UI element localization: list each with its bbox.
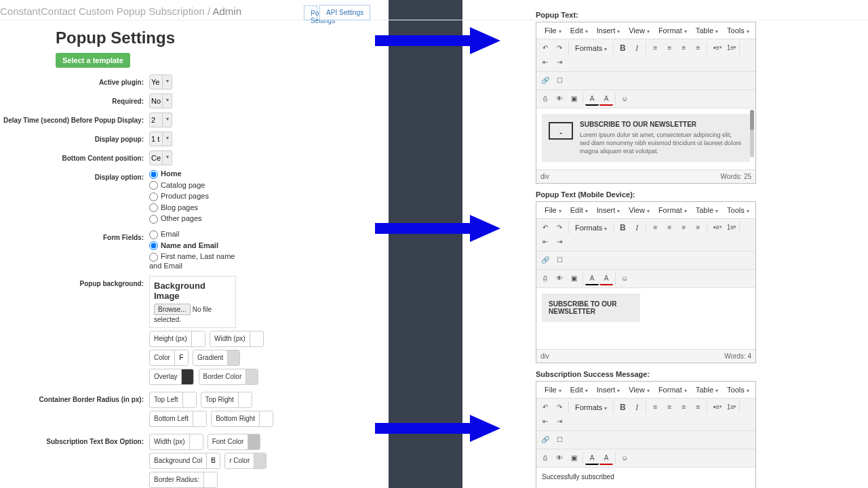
menu-view[interactable]: View [625,384,654,395]
forecolor-icon[interactable]: A [585,451,599,465]
print-icon[interactable]: ⎙ [538,92,552,106]
align-right-icon[interactable]: ≡ [677,401,690,414]
emoji-icon[interactable]: ☺ [618,92,631,106]
align-justify-icon[interactable]: ≡ [691,221,705,235]
bullet-list-icon[interactable]: •≡ [709,41,723,55]
preview-icon[interactable]: 👁 [553,272,566,285]
br-input[interactable] [259,411,273,426]
caret-icon[interactable]: ▾ [163,113,172,127]
tb-bcolor-swatch[interactable] [254,453,266,468]
redo-icon[interactable]: ↷ [553,401,566,414]
emoji-icon[interactable]: ☺ [618,451,631,465]
overlay-swatch[interactable] [181,369,193,384]
radio-other[interactable] [149,215,158,224]
browse-button[interactable]: Browse... [154,304,191,315]
align-left-icon[interactable]: ≡ [648,401,662,414]
undo-icon[interactable]: ↶ [538,401,552,414]
preview-icon[interactable]: 👁 [553,92,566,106]
menu-tools[interactable]: Tools [723,205,753,216]
caret-icon[interactable]: ▾ [163,150,172,165]
menu-format[interactable]: Format [654,384,691,395]
undo-icon[interactable]: ↶ [538,41,552,55]
link-icon[interactable]: 🔗 [538,253,552,267]
outdent-icon[interactable]: ⇤ [538,56,552,69]
bg-grad-swatch[interactable] [227,350,239,365]
active-plugin-select[interactable] [149,75,163,89]
align-justify-icon[interactable]: ≡ [691,41,705,55]
menu-view[interactable]: View [625,205,654,216]
editor-content[interactable]: Successfully subscribed [536,468,755,488]
align-center-icon[interactable]: ≡ [663,401,676,414]
undo-icon[interactable]: ↶ [538,221,552,235]
menu-table[interactable]: Table [692,384,722,395]
forecolor-icon[interactable]: A [585,272,599,285]
menu-insert[interactable]: Insert [593,25,625,36]
required-select[interactable] [149,94,163,108]
bold-icon[interactable]: B [616,221,629,235]
print-icon[interactable]: ⎙ [538,451,552,465]
menu-edit[interactable]: Edit [566,384,592,395]
menu-edit[interactable]: Edit [566,25,592,36]
image-icon[interactable]: ☐ [553,433,566,447]
caret-icon[interactable]: ▾ [163,94,172,108]
emoji-icon[interactable]: ☺ [618,272,631,285]
print-icon[interactable]: ⎙ [538,272,552,285]
tb-bradius-input[interactable] [203,472,217,487]
formats-select[interactable]: Formats [571,41,611,55]
menu-insert[interactable]: Insert [593,384,625,395]
menu-file[interactable]: File [540,25,566,36]
number-list-icon[interactable]: 1≡ [724,401,737,414]
tl-input[interactable] [182,392,196,407]
bold-icon[interactable]: B [616,41,629,55]
media-icon[interactable]: ▣ [567,272,580,285]
image-icon[interactable]: ☐ [553,74,566,87]
tb-width-input[interactable] [189,434,203,449]
menu-tools[interactable]: Tools [723,25,753,36]
radio-full[interactable] [149,253,158,262]
link-icon[interactable]: 🔗 [538,74,552,87]
bullet-list-icon[interactable]: •≡ [709,221,723,235]
bold-icon[interactable]: B [616,401,629,414]
align-right-icon[interactable]: ≡ [677,41,690,55]
tab-popup-settings[interactable]: Popup Settings [304,5,317,20]
editor-content[interactable]: SUBSCRIBE TO OUR NEWSLETTER [536,288,755,349]
indent-icon[interactable]: ⇥ [553,415,566,428]
redo-icon[interactable]: ↷ [553,41,566,55]
italic-icon[interactable]: I [630,401,644,414]
align-left-icon[interactable]: ≡ [648,221,662,235]
bg-height-input[interactable] [191,331,205,346]
menu-file[interactable]: File [540,205,566,216]
bg-width-input[interactable] [250,331,263,346]
bottom-pos-select[interactable] [149,150,163,165]
bl-input[interactable] [193,411,206,426]
backcolor-icon[interactable]: A [599,451,613,465]
radio-blog[interactable] [149,203,158,212]
forecolor-icon[interactable]: A [585,92,599,106]
menu-tools[interactable]: Tools [723,384,753,395]
italic-icon[interactable]: I [630,41,644,55]
media-icon[interactable]: ▣ [567,451,580,465]
caret-icon[interactable]: ▾ [163,131,172,146]
indent-icon[interactable]: ⇥ [553,56,566,69]
tb-font-swatch[interactable] [248,434,260,449]
menu-format[interactable]: Format [654,205,691,216]
radio-name-email[interactable] [149,241,158,250]
menu-insert[interactable]: Insert [593,205,625,216]
menu-format[interactable]: Format [654,25,691,36]
align-left-icon[interactable]: ≡ [648,41,662,55]
status-path[interactable]: div [540,173,549,180]
menu-edit[interactable]: Edit [566,205,592,216]
menu-view[interactable]: View [625,25,654,36]
backcolor-icon[interactable]: A [599,92,613,106]
menu-table[interactable]: Table [692,25,722,36]
tr-input[interactable] [238,392,252,407]
formats-select[interactable]: Formats [571,221,611,235]
menu-file[interactable]: File [540,384,566,395]
select-template-button[interactable]: Select a template [56,53,130,68]
link-icon[interactable]: 🔗 [538,433,552,447]
scrollbar[interactable] [750,110,754,157]
caret-icon[interactable]: ▾ [163,75,172,89]
number-list-icon[interactable]: 1≡ [724,221,737,235]
radio-catalog[interactable] [149,181,158,190]
menu-table[interactable]: Table [692,205,722,216]
